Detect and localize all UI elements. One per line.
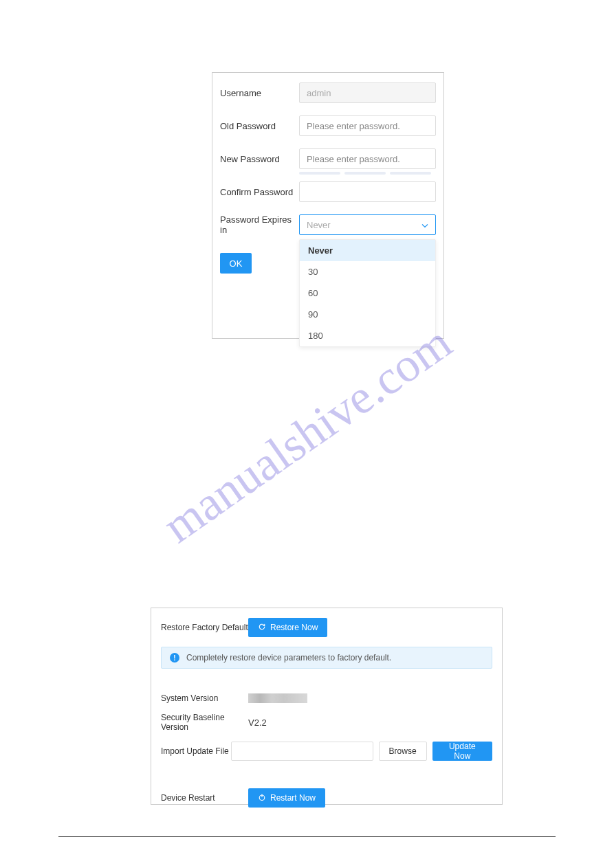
expires-option-30[interactable]: 30	[300, 261, 435, 282]
strength-bar-1	[299, 172, 340, 175]
password-strength-bars	[299, 172, 443, 175]
power-icon	[258, 793, 266, 803]
restore-label: Restore Factory Default	[161, 623, 248, 632]
new-password-row: New Password	[212, 148, 443, 169]
expires-dropdown: Never 30 60 90 180	[299, 239, 436, 347]
browse-button[interactable]: Browse	[379, 742, 427, 761]
confirm-password-row: Confirm Password	[212, 181, 443, 202]
chevron-down-icon	[421, 220, 428, 230]
username-input	[299, 82, 436, 103]
import-update-row: Import Update File Browse Update Now	[161, 742, 492, 761]
expires-option-180[interactable]: 180	[300, 325, 435, 346]
username-row: Username	[212, 82, 443, 103]
strength-bar-2	[344, 172, 386, 175]
new-password-label: New Password	[218, 154, 299, 164]
system-version-value	[248, 693, 307, 703]
info-message: Completely restore device parameters to …	[186, 653, 391, 663]
restore-button-label: Restore Now	[270, 623, 318, 632]
import-file-input[interactable]	[231, 742, 373, 761]
info-icon: !	[170, 653, 179, 663]
password-form-panel: Username Old Password New Password Confi…	[212, 72, 444, 339]
restart-label: Device Restart	[161, 793, 248, 803]
ok-button[interactable]: OK	[220, 253, 252, 274]
expires-selected-value: Never	[307, 220, 331, 230]
security-baseline-label: Security Baseline Version	[161, 713, 248, 732]
confirm-password-label: Confirm Password	[218, 187, 299, 197]
system-version-row: System Version	[161, 693, 492, 703]
watermark-text: manualshive.com	[153, 315, 461, 554]
restart-button-label: Restart Now	[270, 793, 316, 803]
expires-option-60[interactable]: 60	[300, 282, 435, 304]
update-now-button[interactable]: Update Now	[432, 742, 492, 761]
old-password-label: Old Password	[218, 121, 299, 131]
refresh-icon	[258, 623, 266, 633]
info-banner: ! Completely restore device parameters t…	[161, 647, 492, 669]
expires-option-never[interactable]: Never	[300, 240, 435, 261]
system-panel: Restore Factory Default Restore Now ! Co…	[151, 608, 503, 805]
restore-now-button[interactable]: Restore Now	[248, 618, 327, 637]
new-password-input[interactable]	[299, 148, 436, 169]
import-update-label: Import Update File	[161, 746, 231, 756]
expires-label: Password Expires in	[218, 214, 299, 235]
footer-divider	[58, 836, 556, 837]
restore-row: Restore Factory Default Restore Now	[161, 618, 492, 637]
expires-option-90[interactable]: 90	[300, 304, 435, 325]
expires-select[interactable]: Never	[299, 214, 436, 235]
old-password-row: Old Password	[212, 115, 443, 136]
security-baseline-value: V2.2	[248, 717, 267, 728]
expires-row: Password Expires in Never Never 30 60 90…	[212, 214, 443, 235]
security-baseline-row: Security Baseline Version V2.2	[161, 713, 492, 732]
restart-row: Device Restart Restart Now	[161, 788, 492, 808]
old-password-input[interactable]	[299, 115, 436, 136]
restart-now-button[interactable]: Restart Now	[248, 788, 325, 808]
confirm-password-input[interactable]	[299, 181, 436, 202]
system-version-label: System Version	[161, 693, 248, 703]
username-label: Username	[218, 88, 299, 98]
strength-bar-3	[390, 172, 431, 175]
